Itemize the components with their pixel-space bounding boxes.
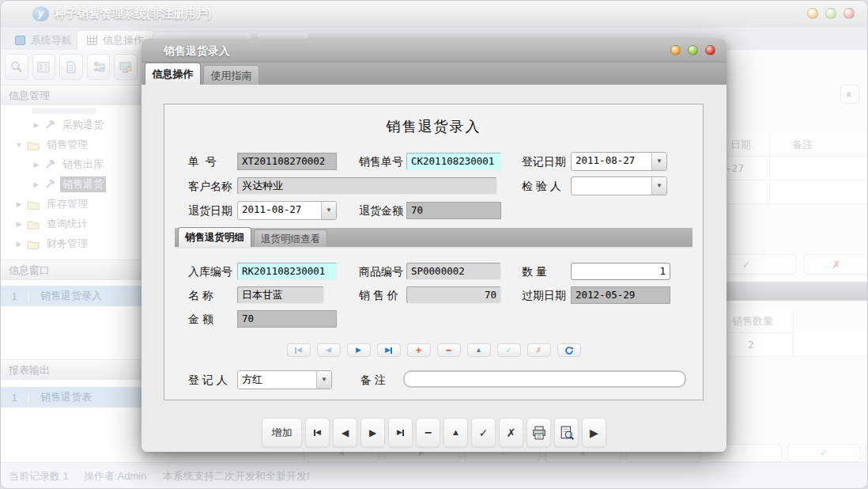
combo-registrar[interactable]: 方红 ▼ (237, 370, 332, 389)
minimize-button[interactable] (807, 8, 818, 19)
label-price: 销 售 价 (359, 289, 398, 303)
close-button[interactable] (843, 8, 855, 19)
status-message: 本系统支持二次开发和全新开发! (163, 469, 310, 483)
section-header-report-output: 报表输出 (1, 359, 142, 380)
label-quantity: 数 量 (522, 265, 547, 279)
tree-item-sales-out[interactable]: ▶ 销售出库 (1, 155, 142, 174)
chevron-down-icon[interactable]: ▼ (321, 202, 336, 219)
add-button[interactable]: 增加 (262, 418, 302, 447)
tree-item-query-stats[interactable]: ▶ 查询统计 (1, 214, 142, 233)
background-cancel-button[interactable]: ✗ (804, 254, 868, 275)
folder-icon (27, 199, 40, 210)
combo-value: 2011-08-27 (576, 154, 635, 166)
sidebar: 信息管理 ▶ 采购退货 ▼ 销售管理 ▶ 销售出库 ▶ 销售退货 (1, 50, 142, 462)
tree-item-sales-mgmt[interactable]: ▼ 销售管理 (1, 135, 142, 154)
sidebar-toolbar (1, 50, 142, 85)
cancel-record-button[interactable]: ✗ (527, 343, 551, 357)
report-output-item[interactable]: 1 销售退货表 (1, 387, 142, 408)
dialog-titlebar[interactable]: 销售退货录入 (142, 39, 726, 63)
refresh-button[interactable] (557, 343, 581, 357)
tree-item-finance-mgmt[interactable]: ▶ 财务管理 (1, 234, 142, 253)
tab-system-nav[interactable]: 系统导航 (6, 30, 81, 50)
combo-reg-date[interactable]: 2011-08-27 ▼ (571, 152, 667, 171)
label-sales-no: 销售单号 (359, 155, 403, 169)
clipped-tree-item (32, 105, 104, 114)
chevron-down-icon[interactable]: ▼ (651, 177, 666, 195)
prev-icon: ◀ (326, 347, 331, 354)
edit-record-button[interactable]: ▲ (467, 343, 491, 357)
dialog-body: 销售退货录入 单 号 XT201108270002 销售单号 CK2011082… (142, 86, 726, 452)
dialog-tab-info-operation[interactable]: 信息操作 (145, 63, 201, 85)
toolbar-next-button[interactable]: ▶ (360, 418, 385, 447)
combo-inspector[interactable]: ▼ (571, 176, 667, 195)
grid1-header-remark: 备注 (770, 133, 868, 157)
cross-icon: ✗ (832, 259, 841, 271)
document-tool-button[interactable] (59, 54, 83, 80)
field-name: 日本甘蓝 (237, 286, 324, 304)
toolbar-last-button[interactable]: ▶ (388, 418, 413, 447)
field-amount: 70 (237, 310, 337, 328)
grid1-divider (769, 133, 770, 204)
field-product-no: SP0000002 (406, 263, 501, 280)
dialog-close-button[interactable] (705, 45, 715, 55)
toolbar-cancel-button[interactable]: ✗ (499, 418, 523, 447)
label-amount: 金 额 (188, 313, 213, 327)
list-tool-button[interactable] (32, 54, 56, 80)
print-button[interactable] (526, 418, 551, 447)
nav-prev-button[interactable]: ◀ (317, 343, 341, 357)
toolbar-delete-button[interactable]: − (416, 418, 440, 447)
cross-icon: ✗ (507, 426, 516, 439)
list-icon (36, 60, 51, 74)
expander-icon[interactable]: ▶ (32, 121, 40, 129)
expander-icon[interactable]: ▶ (32, 161, 40, 169)
dialog-maximize-button[interactable] (688, 45, 698, 55)
expander-icon[interactable]: ▶ (15, 240, 23, 248)
detail-tab-return-view[interactable]: 退货明细查看 (254, 229, 327, 247)
toolbar-edit-button[interactable]: ▲ (443, 418, 468, 447)
check-icon: ✓ (505, 346, 511, 354)
post-record-button[interactable]: ✓ (497, 343, 521, 357)
toolbar-first-button[interactable]: ◀ (305, 418, 330, 447)
remark-input[interactable] (403, 370, 686, 388)
expander-icon[interactable]: ▶ (32, 180, 40, 188)
detail-tab-return-detail[interactable]: 销售退货明细 (178, 227, 251, 247)
expander-icon[interactable]: ▶ (15, 200, 23, 208)
user-report-tool-button[interactable] (87, 54, 111, 80)
tree-item-sales-return[interactable]: ▶ 销售退货 (1, 175, 142, 194)
print-preview-button[interactable] (554, 418, 579, 447)
dialog-toolbar: 增加 ◀ ◀ ▶ ▶ − ▲ ✓ ✗ ▶ (142, 418, 726, 447)
form-title: 销售退货录入 (164, 117, 703, 136)
monitor-tool-button[interactable] (114, 54, 138, 80)
insert-record-button[interactable]: + (407, 343, 431, 357)
grid-icon (87, 36, 97, 45)
nav-next-button[interactable]: ▶ (347, 343, 371, 357)
field-sales-no[interactable]: CK201108230001 (406, 153, 501, 170)
info-window-item[interactable]: 1 销售退货录入 (1, 286, 142, 306)
search-tool-button[interactable] (5, 54, 28, 80)
combo-return-date[interactable]: 2011-08-27 ▼ (237, 201, 337, 220)
toolbar-prev-button[interactable]: ◀ (333, 418, 357, 447)
field-stock-no[interactable]: RK201108230001 (237, 263, 337, 280)
tab-label: 系统导航 (31, 33, 72, 47)
expander-icon[interactable]: ▶ (15, 220, 23, 228)
edit-icon: ▲ (475, 347, 482, 354)
run-button[interactable]: ▶ (582, 418, 606, 447)
chevron-down-icon[interactable]: ▼ (651, 153, 666, 170)
dialog-tab-user-guide[interactable]: 使用指南 (203, 65, 259, 85)
tree-item-purchase-return[interactable]: ▶ 采购退货 (1, 116, 142, 135)
nav-first-button[interactable]: ◀ (287, 343, 311, 357)
toolbar-post-button[interactable]: ✓ (471, 418, 496, 447)
folder-icon (27, 219, 40, 229)
collapse-panel-button[interactable]: « (840, 85, 859, 104)
tree-item-inventory-mgmt[interactable]: ▶ 库存管理 (1, 195, 142, 214)
field-quantity[interactable]: 1 (571, 263, 670, 280)
grid1-cell-remark[interactable] (770, 157, 868, 180)
refresh-icon (564, 346, 574, 355)
nav-last-button[interactable]: ▶ (377, 343, 401, 357)
minus-icon: − (425, 426, 432, 440)
maximize-button[interactable] (825, 8, 836, 19)
expander-icon[interactable]: ▼ (15, 141, 23, 149)
delete-record-button[interactable]: − (437, 343, 461, 357)
chevron-down-icon[interactable]: ▼ (316, 371, 331, 389)
dialog-minimize-button[interactable] (670, 45, 681, 55)
